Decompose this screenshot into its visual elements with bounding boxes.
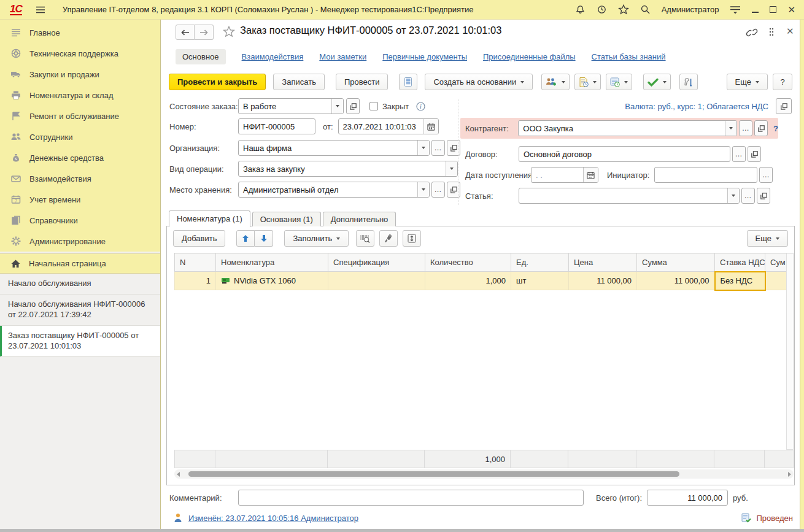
scroll-left-icon[interactable] bbox=[177, 472, 180, 477]
initiator-ellipsis-button[interactable]: … bbox=[759, 167, 773, 183]
cell-nomenclature[interactable]: NVidia GTX 1060 bbox=[216, 272, 328, 290]
kebab-menu-icon[interactable] bbox=[769, 28, 774, 36]
contract-field[interactable]: Основной договор bbox=[519, 146, 730, 162]
favorites-star-icon[interactable] bbox=[618, 4, 629, 15]
help-button[interactable]: ? bbox=[773, 74, 792, 90]
col-header-vat-rate[interactable]: Ставка НДС bbox=[715, 253, 765, 272]
forward-button[interactable] bbox=[195, 25, 214, 40]
closed-checkbox[interactable] bbox=[369, 102, 378, 110]
tab-vzaimodeystviya[interactable]: Взаимодействия bbox=[242, 52, 304, 61]
fill-button[interactable]: Заполнить bbox=[284, 230, 349, 247]
operation-type-combobox[interactable]: Заказ на закупку bbox=[238, 161, 458, 177]
currency-open-button[interactable] bbox=[776, 98, 792, 114]
move-up-button[interactable] bbox=[236, 230, 255, 247]
create-based-on-button[interactable]: Создать на основании bbox=[425, 74, 533, 90]
table-more-button[interactable]: Еще bbox=[747, 230, 788, 247]
scroll-right-icon[interactable] bbox=[788, 472, 791, 477]
save-button[interactable]: Записать bbox=[273, 74, 325, 90]
sidebar-item-stock[interactable]: Номенклатура и склад bbox=[0, 85, 160, 106]
tab-prisoedinennye-fayly[interactable]: Присоединенные файлы bbox=[483, 52, 576, 61]
vertical-scrollbar[interactable] bbox=[786, 253, 794, 450]
add-row-button[interactable]: Добавить bbox=[173, 230, 225, 247]
sidebar-item-employees[interactable]: Сотрудники bbox=[0, 126, 160, 147]
storage-ellipsis-button[interactable]: … bbox=[431, 182, 445, 198]
post-button[interactable]: Провести bbox=[336, 74, 388, 90]
sidebar-item-references[interactable]: Справочники bbox=[0, 210, 160, 231]
open-window-item-active[interactable]: Заказ поставщику НФИТ-000005 от 23.07.20… bbox=[0, 326, 160, 357]
tab-dopolnitelno[interactable]: Дополнительно bbox=[323, 212, 396, 226]
contractor-open-button[interactable] bbox=[754, 120, 768, 136]
create-document-button[interactable] bbox=[574, 74, 601, 90]
sidebar-item-administration[interactable]: Администрирование bbox=[0, 231, 160, 252]
cell-unit[interactable]: шт bbox=[511, 272, 569, 290]
sidebar-item-money[interactable]: s Денежные средства bbox=[0, 147, 160, 168]
state-open-button[interactable] bbox=[346, 98, 360, 114]
receipt-date-field[interactable]: . . bbox=[531, 167, 598, 183]
open-window-item[interactable]: Начало обслуживания НФИТ-000006 от 22.07… bbox=[0, 295, 160, 326]
contract-ellipsis-button[interactable]: … bbox=[732, 146, 746, 162]
dropdown-caret-icon[interactable] bbox=[417, 141, 429, 155]
col-header-n[interactable]: N bbox=[175, 253, 216, 272]
cell-quantity[interactable]: 1,000 bbox=[425, 272, 511, 290]
dropdown-caret-icon[interactable] bbox=[446, 161, 457, 176]
organization-combobox[interactable]: Наша фирма bbox=[238, 140, 430, 156]
tab-stati-bazy-znaniy[interactable]: Статьи базы знаний bbox=[592, 52, 666, 61]
cell-sum[interactable]: 11 000,00 bbox=[637, 272, 715, 290]
comment-input[interactable] bbox=[238, 490, 584, 506]
sidebar-item-repair[interactable]: Ремонт и обслуживание bbox=[0, 106, 160, 126]
barcode-search-button[interactable] bbox=[356, 230, 374, 247]
sidebar-item-home[interactable]: Начальная страница bbox=[0, 253, 160, 274]
storage-combobox[interactable]: Административный отдел bbox=[238, 182, 430, 198]
close-window-icon[interactable]: ✕ bbox=[787, 5, 795, 14]
contract-open-button[interactable] bbox=[748, 146, 761, 162]
service-tools-button[interactable] bbox=[679, 74, 698, 90]
post-and-close-button[interactable]: Провести и закрыть bbox=[169, 74, 266, 90]
tab-pervichnye-dokumenty[interactable]: Первичные документы bbox=[382, 52, 467, 61]
contractor-help-link[interactable]: ? bbox=[773, 124, 778, 133]
info-icon[interactable]: i bbox=[416, 102, 425, 111]
article-combobox[interactable] bbox=[519, 188, 740, 204]
main-menu-icon[interactable] bbox=[36, 6, 45, 13]
contractor-combobox[interactable]: ООО Закупка bbox=[518, 120, 737, 136]
article-ellipsis-button[interactable]: … bbox=[741, 188, 755, 204]
notifications-bell-icon[interactable] bbox=[575, 4, 586, 15]
tab-nomenklatura[interactable]: Номенклатура (1) bbox=[169, 210, 250, 227]
tab-osnovaniya[interactable]: Основания (1) bbox=[252, 212, 321, 226]
col-header-sum[interactable]: Сумма bbox=[637, 253, 715, 272]
cell-price[interactable]: 11 000,00 bbox=[569, 272, 637, 290]
back-button[interactable] bbox=[176, 25, 195, 40]
cell-vat-rate-selected[interactable]: Без НДС bbox=[715, 272, 765, 290]
contractor-ellipsis-button[interactable]: … bbox=[739, 120, 752, 136]
cell-vat-sum[interactable] bbox=[765, 272, 787, 290]
cell-n[interactable]: 1 bbox=[175, 272, 216, 290]
close-document-icon[interactable]: ✕ bbox=[786, 26, 794, 36]
dropdown-caret-icon[interactable] bbox=[331, 99, 343, 114]
sidebar-item-glavnoe[interactable]: Главное bbox=[0, 22, 160, 43]
col-header-vat-sum[interactable]: Сум bbox=[765, 253, 787, 272]
currency-settings-link[interactable]: Валюта: руб., курс: 1; Облагается НДС bbox=[625, 102, 768, 111]
tab-osnovnoe[interactable]: Основное bbox=[176, 49, 226, 64]
col-header-specification[interactable]: Спецификация bbox=[328, 253, 425, 272]
tab-moi-zametki[interactable]: Мои заметки bbox=[319, 52, 366, 61]
create-task-button[interactable] bbox=[606, 74, 632, 90]
table-row[interactable]: 1 NVidia GTX 1060 1,000 шт 11 000,00 11 … bbox=[175, 272, 787, 290]
user-menu-icon[interactable] bbox=[730, 6, 741, 14]
calendar-icon[interactable] bbox=[583, 168, 598, 182]
more-button[interactable]: Еще bbox=[727, 74, 768, 90]
scrollbar-thumb[interactable] bbox=[188, 471, 679, 477]
open-window-item[interactable]: Начало обслуживания bbox=[0, 274, 160, 295]
report-structure-button[interactable] bbox=[399, 74, 417, 90]
history-icon[interactable] bbox=[597, 4, 607, 15]
col-header-nomenclature[interactable]: Номенклатура bbox=[216, 253, 328, 272]
doc-date-field[interactable]: 23.07.2021 10:01:03 bbox=[338, 118, 439, 134]
col-header-price[interactable]: Цена bbox=[569, 253, 637, 272]
dropdown-caret-icon[interactable] bbox=[725, 121, 736, 136]
total-field[interactable]: 11 000,00 bbox=[647, 490, 728, 506]
current-user[interactable]: Администратор bbox=[662, 5, 719, 14]
horizontal-scrollbar[interactable] bbox=[174, 469, 794, 479]
dropdown-caret-icon[interactable] bbox=[727, 188, 739, 203]
move-down-button[interactable] bbox=[255, 230, 273, 247]
link-icon[interactable] bbox=[746, 27, 758, 38]
col-header-unit[interactable]: Ед. bbox=[511, 253, 569, 272]
sidebar-item-tech-support[interactable]: Техническая поддержка bbox=[0, 43, 160, 64]
